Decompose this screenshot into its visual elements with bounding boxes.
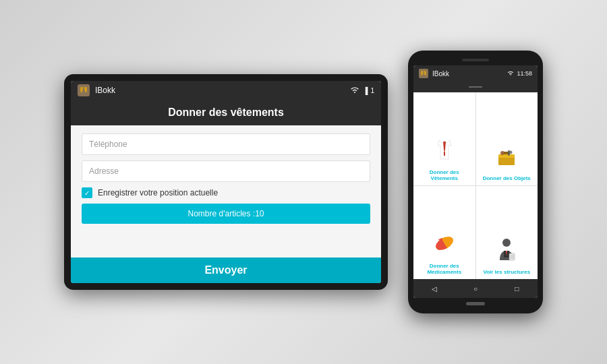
phone-screen: IBokk 11:58 — [413, 65, 538, 298]
recents-button[interactable]: □ — [511, 284, 523, 293]
svg-point-12 — [500, 151, 504, 155]
svg-point-5 — [423, 71, 424, 73]
tablet-topbar: IBokk ▐ 1 — [71, 81, 381, 100]
menu-item-medicaments[interactable]: Donner des Medicaments — [413, 186, 475, 279]
svg-rect-10 — [498, 154, 515, 158]
telephone-input[interactable]: Téléphone — [82, 133, 370, 155]
home-button[interactable]: ○ — [469, 284, 482, 293]
tablet-screen: IBokk ▐ 1 Donner des vêtements — [71, 81, 381, 283]
phone-menu-grid: Donner des Vêtements — [413, 92, 538, 279]
svg-point-2 — [83, 88, 85, 90]
phone-app-title: IBokk — [432, 70, 449, 78]
envoyer-button[interactable]: Envoyer — [71, 257, 381, 283]
articles-button[interactable]: Nombre d'articles :10 — [82, 204, 370, 224]
phone-navbar: ◁ ○ □ — [413, 279, 538, 298]
phone-time: 11:58 — [517, 70, 532, 77]
back-button[interactable]: ◁ — [428, 284, 440, 293]
svg-point-17 — [502, 239, 511, 247]
wifi-icon — [349, 86, 360, 95]
smartphone-device: IBokk 11:58 — [408, 51, 543, 313]
form-header: Donner des vêtements — [71, 100, 381, 125]
menu-item-structures[interactable]: Voir les structures — [476, 186, 538, 279]
phone-status: 11:58 — [507, 70, 532, 77]
clothing-icon — [428, 133, 461, 166]
minimize-icon — [469, 86, 482, 88]
menu-label-structures: Voir les structures — [483, 269, 530, 275]
menu-item-vetements[interactable]: Donner des Vêtements — [413, 92, 475, 185]
tablet-app-title: IBokk — [95, 86, 115, 95]
phone-expand-bar — [413, 82, 538, 92]
adresse-input[interactable]: Adresse — [82, 160, 370, 182]
svg-rect-4 — [423, 73, 425, 75]
menu-label-vetements: Donner des Vêtements — [416, 169, 473, 181]
svg-rect-1 — [82, 90, 85, 92]
tablet-status: ▐ 1 — [349, 86, 374, 95]
form-body: Téléphone Adresse ✓ Enregistrer votre po… — [71, 125, 381, 257]
phone-home-btn[interactable] — [466, 302, 485, 305]
checkbox-icon[interactable]: ✓ — [82, 187, 92, 198]
phone-speaker — [462, 59, 489, 61]
scene: IBokk ▐ 1 Donner des vêtements — [0, 0, 607, 364]
box-icon — [490, 139, 523, 173]
person-icon — [490, 233, 523, 266]
menu-item-objets[interactable]: Donner des Objets — [476, 92, 538, 185]
tablet-battery: ▐ — [363, 87, 368, 94]
svg-point-14 — [509, 151, 513, 154]
form-title: Donner des vêtements — [168, 107, 284, 118]
menu-label-medicaments: Donner des Medicaments — [416, 263, 473, 275]
tablet-signal: 1 — [370, 87, 374, 94]
menu-label-objets: Donner des Objets — [483, 175, 531, 181]
pills-icon — [428, 226, 461, 260]
checkbox-label: Enregistrer votre position actuelle — [98, 188, 218, 198]
svg-rect-8 — [444, 152, 445, 156]
position-checkbox-row: ✓ Enregistrer votre position actuelle — [82, 187, 370, 198]
phone-app-icon — [419, 69, 428, 78]
phone-topbar: IBokk 11:58 — [413, 65, 538, 82]
tablet-device: IBokk ▐ 1 Donner des vêtements — [64, 74, 388, 290]
app-icon — [78, 84, 90, 96]
